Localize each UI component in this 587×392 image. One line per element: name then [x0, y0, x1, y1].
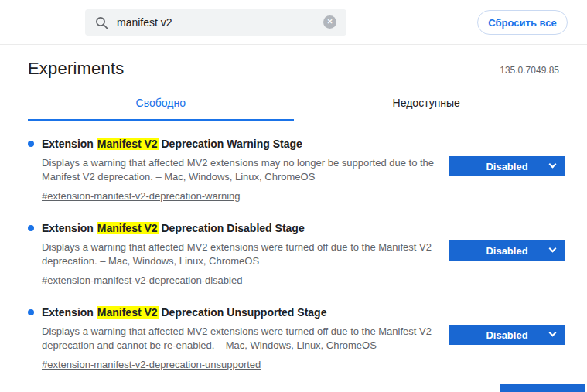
- flag-state-value: Disabled: [486, 245, 527, 257]
- chevron-down-icon: [549, 161, 557, 169]
- flag-title-text: Extension Manifest V2 Deprecation Warnin…: [42, 137, 302, 152]
- tab-available[interactable]: Свободно: [28, 88, 294, 121]
- flag-state-dropdown[interactable]: Disabled: [449, 325, 565, 345]
- search-input[interactable]: [117, 16, 302, 29]
- flag-title-text: Extension Manifest V2 Deprecation Disabl…: [42, 221, 305, 236]
- experiment-row: Extension Manifest V2 Deprecation Warnin…: [0, 121, 587, 206]
- experiments-list: Extension Manifest V2 Deprecation Warnin…: [0, 121, 587, 374]
- tab-unavailable[interactable]: Недоступные: [294, 88, 560, 121]
- partial-dropdown-edge[interactable]: [500, 384, 585, 392]
- reset-all-button[interactable]: Сбросить все: [477, 10, 568, 35]
- experiment-bullet-icon: [28, 141, 34, 147]
- flag-description: Displays a warning that affected MV2 ext…: [42, 325, 444, 353]
- header: Experiments 135.0.7049.85: [0, 45, 587, 79]
- flag-state-value: Disabled: [486, 329, 527, 341]
- flag-permalink[interactable]: #extension-manifest-v2-deprecation-unsup…: [42, 359, 261, 370]
- flag-title: Extension Manifest V2 Deprecation Unsupp…: [28, 305, 587, 320]
- search-highlight: Manifest V2: [97, 138, 159, 150]
- experiment-row: Extension Manifest V2 Deprecation Disabl…: [0, 206, 587, 290]
- flag-description: Displays a warning that affected MV2 ext…: [42, 240, 444, 268]
- flag-state-dropdown[interactable]: Disabled: [449, 240, 565, 261]
- clear-search-icon[interactable]: [323, 15, 336, 29]
- flag-state-dropdown[interactable]: Disabled: [449, 156, 565, 176]
- flag-description: Displays a warning that affected MV2 ext…: [42, 156, 444, 184]
- tabs: Свободно Недоступные: [28, 88, 559, 121]
- flag-title-text: Extension Manifest V2 Deprecation Unsupp…: [42, 305, 326, 320]
- experiment-bullet-icon: [28, 309, 34, 315]
- version-label: 135.0.7049.85: [500, 65, 559, 79]
- chevron-down-icon: [549, 245, 557, 253]
- flag-title: Extension Manifest V2 Deprecation Warnin…: [28, 137, 587, 152]
- flag-title: Extension Manifest V2 Deprecation Disabl…: [28, 221, 587, 236]
- page-title: Experiments: [28, 59, 124, 79]
- experiment-bullet-icon: [28, 225, 34, 231]
- search-icon: [95, 16, 108, 29]
- top-bar: Сбросить все: [0, 0, 587, 45]
- flag-state-value: Disabled: [486, 161, 527, 172]
- flag-permalink[interactable]: #extension-manifest-v2-deprecation-disab…: [42, 274, 242, 286]
- chevron-down-icon: [549, 329, 557, 337]
- flags-page: Сбросить все Experiments 135.0.7049.85 С…: [0, 0, 587, 392]
- search-highlight: Manifest V2: [97, 306, 159, 319]
- flag-permalink[interactable]: #extension-manifest-v2-deprecation-warni…: [42, 190, 241, 202]
- search-box[interactable]: [85, 9, 346, 36]
- experiment-row: Extension Manifest V2 Deprecation Unsupp…: [0, 290, 587, 374]
- search-highlight: Manifest V2: [97, 222, 159, 234]
